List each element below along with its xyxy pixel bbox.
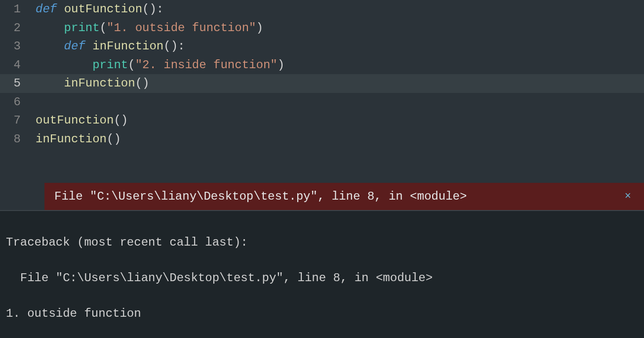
string-literal: "2. inside function"	[135, 58, 278, 72]
terminal-line: 1. outside function	[6, 305, 638, 323]
code-content[interactable]: inFunction()	[30, 132, 644, 146]
line-number: 8	[0, 132, 30, 146]
code-content[interactable]: def inFunction():	[30, 40, 644, 53]
keyword-def: def	[36, 2, 57, 16]
code-line-7[interactable]: 7 outFunction()	[0, 111, 644, 130]
function-call: outFunction	[36, 114, 114, 127]
function-call: inFunction	[64, 77, 135, 90]
keyword-def: def	[64, 40, 85, 53]
terminal-line: Traceback (most recent call last):	[6, 234, 638, 252]
indent	[36, 77, 64, 90]
code-content[interactable]: inFunction()	[30, 77, 644, 90]
paren-close: )	[278, 58, 284, 72]
parens: ()	[135, 77, 150, 90]
indent	[36, 58, 92, 72]
builtin-print: print	[64, 21, 100, 35]
line-number: 1	[0, 2, 30, 16]
code-content[interactable]: outFunction()	[30, 114, 644, 127]
indent	[36, 21, 64, 35]
code-content[interactable]: print("1. outside function")	[30, 21, 644, 35]
code-line-4[interactable]: 4 print("2. inside function")	[0, 56, 644, 75]
close-icon[interactable]: ×	[622, 190, 634, 203]
terminal-line: File "C:\Users\liany\Desktop\test.py", l…	[6, 269, 638, 287]
code-line-6[interactable]: 6	[0, 93, 644, 112]
line-number: 3	[0, 40, 30, 53]
function-call: inFunction	[36, 132, 107, 146]
code-line-3[interactable]: 3 def inFunction():	[0, 37, 644, 56]
parens: ()	[107, 132, 121, 146]
code-line-2[interactable]: 2 print("1. outside function")	[0, 19, 644, 38]
code-line-1[interactable]: 1 def outFunction():	[0, 0, 644, 19]
code-content[interactable]: def outFunction():	[30, 2, 644, 16]
error-banner: File "C:\Users\liany\Desktop\test.py", l…	[44, 183, 644, 210]
indent	[36, 40, 64, 53]
string-literal: "1. outside function"	[107, 21, 256, 35]
parens: ()	[114, 114, 128, 127]
function-name: inFunction	[92, 40, 163, 53]
line-number: 2	[0, 21, 30, 35]
line-number: 4	[0, 58, 30, 72]
parens: ():	[163, 40, 185, 53]
paren-open: (	[100, 21, 107, 35]
code-editor[interactable]: 1 def outFunction(): 2 print("1. outside…	[0, 0, 644, 210]
parens: ():	[142, 2, 163, 16]
builtin-print: print	[92, 58, 128, 72]
code-line-8[interactable]: 8 inFunction()	[0, 130, 644, 149]
paren-open: (	[128, 58, 135, 72]
terminal-output[interactable]: Traceback (most recent call last): File …	[0, 210, 644, 338]
paren-close: )	[256, 21, 263, 35]
function-name: outFunction	[64, 2, 142, 16]
line-number: 7	[0, 114, 30, 127]
code-lines: 1 def outFunction(): 2 print("1. outside…	[0, 0, 644, 178]
code-content[interactable]: print("2. inside function")	[30, 58, 644, 72]
line-number: 5	[0, 77, 30, 90]
code-line-5[interactable]: 5 inFunction()	[0, 74, 644, 93]
error-message: File "C:\Users\liany\Desktop\test.py", l…	[54, 190, 467, 203]
line-number: 6	[0, 95, 30, 109]
